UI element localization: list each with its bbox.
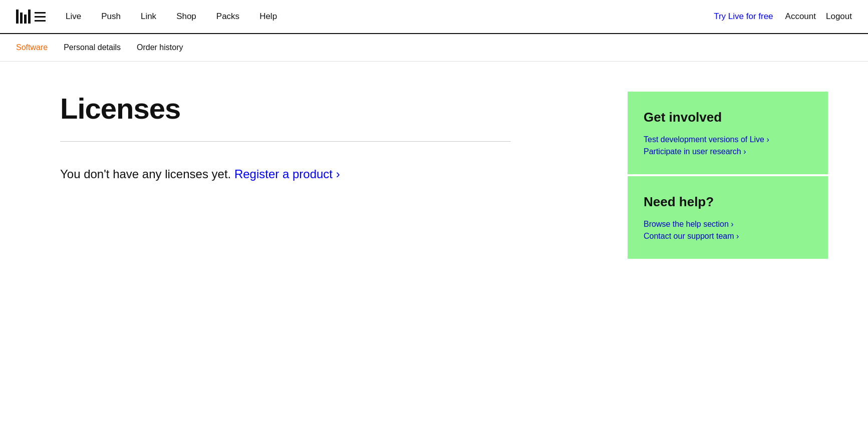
nav-item-shop[interactable]: Shop <box>176 12 196 22</box>
register-product-link[interactable]: Register a product › <box>234 167 340 181</box>
nav-link-live[interactable]: Live <box>66 12 81 21</box>
header-auth-links: Account Logout <box>785 12 852 22</box>
nav-item-help[interactable]: Help <box>259 12 277 22</box>
main-nav: Live Push Link Shop Packs Help <box>66 12 277 22</box>
page-title: Licenses <box>60 92 511 125</box>
participate-research-link[interactable]: Participate in user research › <box>644 147 812 156</box>
sub-nav-software[interactable]: Software <box>16 43 48 52</box>
get-involved-title: Get involved <box>644 110 812 125</box>
content-divider <box>60 141 511 142</box>
nav-link-shop[interactable]: Shop <box>176 12 196 21</box>
nav-links-list: Live Push Link Shop Packs Help <box>66 12 277 22</box>
content-left: Licenses You don't have any licenses yet… <box>60 92 511 259</box>
nav-item-link[interactable]: Link <box>141 12 156 22</box>
logo-line-2 <box>35 16 46 18</box>
logout-link[interactable]: Logout <box>826 12 852 22</box>
need-help-card: Need help? Browse the help section › Con… <box>628 176 828 259</box>
ableton-logo[interactable] <box>16 10 46 24</box>
nav-link-link[interactable]: Link <box>141 12 156 21</box>
need-help-title: Need help? <box>644 194 812 210</box>
logo-bars <box>16 10 31 24</box>
get-involved-links: Test development versions of Live › Part… <box>644 135 812 156</box>
need-help-links: Browse the help section › Contact our su… <box>644 220 812 241</box>
nav-item-packs[interactable]: Packs <box>216 12 239 22</box>
nav-item-push[interactable]: Push <box>101 12 121 22</box>
logo-bar-3 <box>24 15 27 24</box>
logo-bar-1 <box>16 10 19 24</box>
get-involved-card: Get involved Test development versions o… <box>628 92 828 174</box>
sub-nav: Software Personal details Order history <box>0 34 868 62</box>
nav-link-help[interactable]: Help <box>259 12 277 21</box>
main-content: Licenses You don't have any licenses yet… <box>0 62 868 289</box>
logo-line-3 <box>35 20 46 22</box>
contact-support-link[interactable]: Contact our support team › <box>644 232 812 241</box>
main-header: Live Push Link Shop Packs Help <box>0 0 868 34</box>
sidebar: Get involved Test development versions o… <box>628 92 828 259</box>
logo-bar-4 <box>28 10 31 24</box>
header-left: Live Push Link Shop Packs Help <box>16 10 277 24</box>
try-live-button[interactable]: Try Live for free <box>714 12 773 22</box>
no-licenses-text: You don't have any licenses yet. <box>60 167 231 181</box>
header-right: Try Live for free Account Logout <box>714 12 852 22</box>
sub-nav-order-history[interactable]: Order history <box>137 43 183 52</box>
logo-lines <box>35 12 46 22</box>
logo-bar-2 <box>20 13 23 24</box>
account-link[interactable]: Account <box>785 12 816 22</box>
sub-nav-personal-details[interactable]: Personal details <box>64 43 121 52</box>
nav-link-push[interactable]: Push <box>101 12 121 21</box>
logo-line-1 <box>35 12 46 14</box>
nav-link-packs[interactable]: Packs <box>216 12 239 21</box>
no-licenses-message: You don't have any licenses yet. Registe… <box>60 166 511 183</box>
nav-item-live[interactable]: Live <box>66 12 81 22</box>
test-dev-versions-link[interactable]: Test development versions of Live › <box>644 135 812 144</box>
browse-help-link[interactable]: Browse the help section › <box>644 220 812 229</box>
